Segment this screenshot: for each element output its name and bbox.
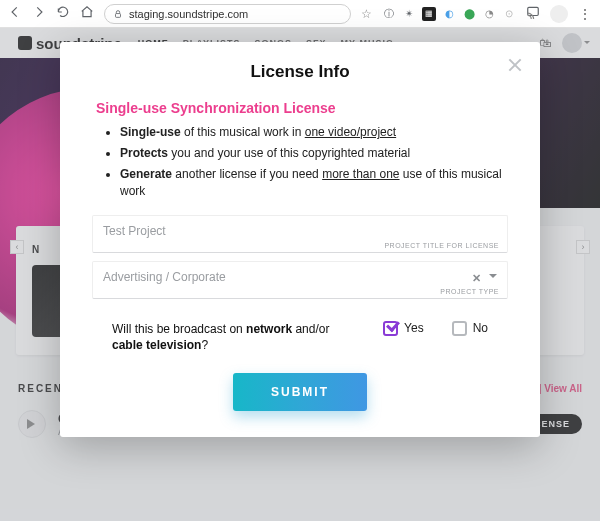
address-bar[interactable]: staging.soundstripe.com: [104, 4, 351, 24]
checkbox-checked-icon: [383, 321, 398, 336]
ext-icon[interactable]: ◔: [482, 7, 496, 21]
url-text: staging.soundstripe.com: [129, 8, 248, 20]
project-title-field[interactable]: Test Project PROJECT TITLE FOR LICENSE: [92, 215, 508, 253]
clear-selection-icon[interactable]: ✕: [472, 272, 481, 285]
project-type-label: PROJECT TYPE: [440, 288, 499, 295]
home-icon[interactable]: [80, 5, 94, 22]
lock-icon: [113, 9, 123, 19]
chevron-down-icon: [489, 274, 497, 282]
broadcast-question-row: Will this be broadcast on network and/or…: [112, 321, 488, 353]
browser-toolbar: staging.soundstripe.com ☆ ⓘ ✴ ▦ ◐ ⬤ ◔ ⊙ …: [0, 0, 600, 28]
project-title-label: PROJECT TITLE FOR LICENSE: [384, 242, 499, 249]
bullet-item: Protects you and your use of this copyri…: [120, 145, 504, 161]
project-type-select[interactable]: Advertising / Corporate ✕ PROJECT TYPE: [92, 261, 508, 299]
page: soundstripe HOME PLAYLISTS SONGS SFX MY …: [0, 28, 600, 521]
broadcast-no-option[interactable]: No: [452, 321, 488, 336]
reload-icon[interactable]: [56, 5, 70, 22]
bookmark-star-icon[interactable]: ☆: [361, 7, 372, 21]
close-icon[interactable]: [506, 56, 524, 74]
bullet-item: Generate another license if you need mor…: [120, 166, 504, 198]
ext-icon[interactable]: ▦: [422, 7, 436, 21]
license-bullets: Single-use of this musical work in one v…: [120, 124, 504, 199]
extension-icons: ⓘ ✴ ▦ ◐ ⬤ ◔ ⊙: [382, 7, 516, 21]
submit-button[interactable]: SUBMIT: [233, 373, 367, 411]
modal-title: License Info: [86, 62, 514, 82]
kebab-menu-icon[interactable]: ⋮: [578, 6, 592, 22]
browser-nav: [8, 5, 94, 22]
back-icon[interactable]: [8, 5, 22, 22]
ext-icon[interactable]: ✴: [402, 7, 416, 21]
ext-icon[interactable]: ⊙: [502, 7, 516, 21]
ext-icon[interactable]: ⬤: [462, 7, 476, 21]
checkbox-icon: [452, 321, 467, 336]
svg-rect-1: [528, 7, 539, 15]
svg-rect-0: [116, 13, 121, 17]
project-title-value: Test Project: [103, 224, 166, 238]
broadcast-yes-option[interactable]: Yes: [383, 321, 424, 336]
ext-icon[interactable]: ◐: [442, 7, 456, 21]
modal-subtitle: Single-use Synchronization License: [96, 100, 504, 116]
project-type-value: Advertising / Corporate: [103, 270, 226, 284]
bullet-item: Single-use of this musical work in one v…: [120, 124, 504, 140]
broadcast-question: Will this be broadcast on network and/or…: [112, 321, 332, 353]
forward-icon[interactable]: [32, 5, 46, 22]
modal-overlay: License Info Single-use Synchronization …: [0, 28, 600, 521]
profile-avatar-icon[interactable]: [550, 5, 568, 23]
license-modal: License Info Single-use Synchronization …: [60, 42, 540, 437]
ext-icon[interactable]: ⓘ: [382, 7, 396, 21]
cast-icon[interactable]: [526, 5, 540, 22]
yes-label: Yes: [404, 321, 424, 335]
no-label: No: [473, 321, 488, 335]
